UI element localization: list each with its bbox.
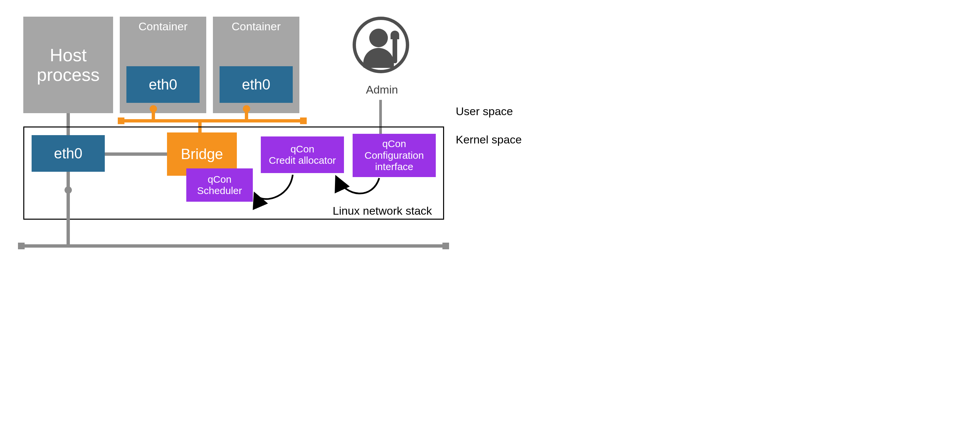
container-2-eth0-label: eth0: [242, 76, 270, 93]
admin-icon: [353, 17, 409, 73]
user-space-label: User space: [456, 105, 513, 118]
bridge-bus-horizontal: [120, 119, 303, 123]
admin-icon-body: [363, 48, 394, 68]
physical-bus-end-left: [18, 243, 25, 249]
bridge-bus-dot-c1: [150, 105, 157, 112]
bridge-bus-end-left: [118, 118, 124, 124]
physical-bus-end-right: [442, 243, 449, 249]
admin-icon-head: [369, 29, 388, 47]
architecture-diagram: Host process Container eth0 Container et…: [13, 13, 532, 256]
container-1-title: Container: [138, 20, 187, 33]
kernel-eth0-box: eth0: [32, 135, 105, 172]
kernel-eth0-label: eth0: [54, 145, 83, 162]
bridge-bus-end-right: [300, 118, 307, 124]
physical-network-bus: [20, 244, 444, 247]
host-process-box: Host process: [23, 17, 113, 113]
bridge-bus-dot-c2: [243, 105, 250, 112]
container-1-eth0: eth0: [126, 66, 200, 103]
admin-label: Admin: [366, 83, 398, 96]
eth0-down-line: [67, 172, 70, 246]
kernel-space-label: Kernel space: [456, 133, 522, 146]
admin-icon-wrench: [393, 33, 397, 63]
qcon-config-label: qCon Configuration interface: [364, 138, 424, 173]
qcon-allocator-box: qCon Credit allocator: [261, 136, 344, 173]
container-2-box: Container eth0: [213, 17, 299, 113]
qcon-config-box: qCon Configuration interface: [353, 134, 436, 177]
eth0-bridge-line: [105, 152, 168, 156]
container-2-eth0: eth0: [220, 66, 293, 103]
linux-network-stack-label: Linux network stack: [332, 204, 432, 217]
container-1-box: Container eth0: [120, 17, 206, 113]
bridge-label: Bridge: [181, 146, 223, 163]
container-1-eth0-label: eth0: [149, 76, 177, 93]
qcon-allocator-label: qCon Credit allocator: [269, 144, 336, 166]
qcon-scheduler-box: qCon Scheduler: [186, 168, 253, 202]
qcon-scheduler-label: qCon Scheduler: [197, 174, 242, 197]
container-2-title: Container: [232, 20, 280, 33]
host-process-label: Host process: [37, 45, 99, 85]
eth0-down-dot: [65, 187, 72, 194]
